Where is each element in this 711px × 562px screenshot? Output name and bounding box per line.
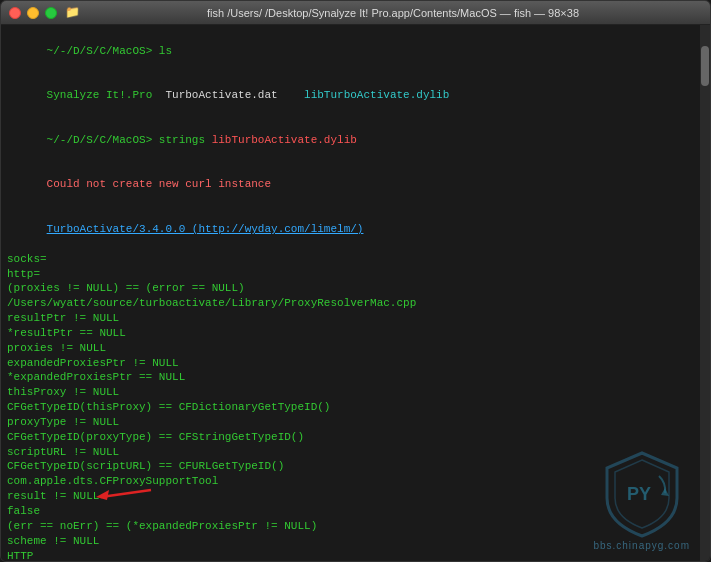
watermark-text: bbs.chinapyg.com xyxy=(593,540,690,551)
close-button[interactable] xyxy=(9,7,21,19)
url-line: TurboActivate/3.4.0.0 (http://wyday.com/… xyxy=(7,207,704,252)
terminal-line: expandedProxiesPtr != NULL xyxy=(7,356,704,371)
window-title: fish /Users/ /Desktop/Synalyze It! Pro.a… xyxy=(84,7,702,19)
watermark: PY bbs.chinapyg.com xyxy=(593,448,690,551)
svg-marker-3 xyxy=(661,488,669,496)
terminal-line: thisProxy != NULL xyxy=(7,385,704,400)
traffic-lights xyxy=(9,7,57,19)
terminal-line: proxyType != NULL xyxy=(7,415,704,430)
svg-marker-1 xyxy=(96,490,109,500)
error-line: Could not create new curl instance xyxy=(7,163,704,208)
scrollbar-thumb[interactable] xyxy=(701,46,709,86)
terminal-line: resultPtr != NULL xyxy=(7,311,704,326)
terminal-content[interactable]: ~/-/D/S/C/MacOS> ls Synalyze It!.Pro Tur… xyxy=(1,25,710,561)
scrollbar[interactable] xyxy=(700,25,710,561)
prompt-text: ~/-/D/S/C/MacOS> xyxy=(47,45,159,57)
terminal-line: ~/-/D/S/C/MacOS> strings libTurboActivat… xyxy=(7,118,704,163)
terminal-line: http= xyxy=(7,267,704,282)
terminal-line: socks= xyxy=(7,252,704,267)
folder-icon: 📁 xyxy=(65,5,80,20)
minimize-button[interactable] xyxy=(27,7,39,19)
terminal-line: Synalyze It!.Pro TurboActivate.dat libTu… xyxy=(7,74,704,119)
svg-text:PY: PY xyxy=(627,484,651,504)
annotation-arrow xyxy=(91,482,171,515)
terminal-line: proxies != NULL xyxy=(7,341,704,356)
terminal-line: ~/-/D/S/C/MacOS> ls xyxy=(7,29,704,74)
terminal-line: CFGetTypeID(thisProxy) == CFDictionaryGe… xyxy=(7,400,704,415)
maximize-button[interactable] xyxy=(45,7,57,19)
terminal-line: *resultPtr == NULL xyxy=(7,326,704,341)
shield-logo: PY xyxy=(597,448,687,538)
terminal-line: /Users/wyatt/source/turboactivate/Librar… xyxy=(7,296,704,311)
terminal-window: 📁 fish /Users/ /Desktop/Synalyze It! Pro… xyxy=(0,0,711,562)
terminal-line: (proxies != NULL) == (error == NULL) xyxy=(7,281,704,296)
terminal-line: CFGetTypeID(proxyType) == CFStringGetTyp… xyxy=(7,430,704,445)
terminal-line: *expandedProxiesPtr == NULL xyxy=(7,370,704,385)
titlebar: 📁 fish /Users/ /Desktop/Synalyze It! Pro… xyxy=(1,1,710,25)
